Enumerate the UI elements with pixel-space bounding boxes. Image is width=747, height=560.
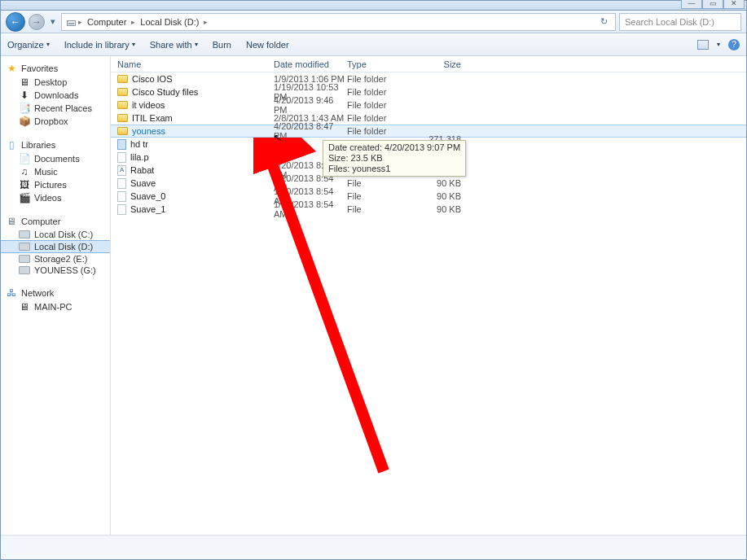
close-button[interactable]: ✕ — [723, 0, 745, 9]
drive-icon: 🖴 — [65, 16, 77, 28]
file-type: File folder — [347, 100, 420, 110]
libraries-icon: ▯ — [6, 139, 17, 151]
file-name: lila.p — [130, 152, 149, 162]
file-date: 4/20/2013 8:47 PM — [274, 121, 347, 141]
file-icon — [117, 204, 126, 215]
desktop-icon: 🖥 — [19, 77, 30, 88]
column-header-date[interactable]: Date modified — [274, 59, 347, 69]
sidebar-favorites[interactable]: ★Favorites — [1, 61, 110, 76]
folder-icon — [117, 75, 128, 83]
disk-icon — [19, 230, 30, 238]
disk-icon — [19, 255, 30, 263]
file-row[interactable]: Cisco Study files1/19/2013 10:53 PMFile … — [111, 85, 746, 98]
file-row[interactable]: Suave1/20/2013 8:54 AMFile90 KB — [111, 177, 746, 190]
music-icon: ♫ — [19, 166, 30, 177]
tooltip-date-created: Date created: 4/20/2013 9:07 PM — [328, 142, 460, 153]
file-size: 90 KB — [420, 178, 469, 188]
sidebar-item-dropbox[interactable]: 📦Dropbox — [1, 115, 110, 128]
column-header-name[interactable]: Name — [111, 59, 274, 69]
sidebar-item-mainpc[interactable]: 🖥MAIN-PC — [1, 300, 110, 313]
file-row[interactable]: Suave_01/20/2013 8:54 AMFile90 KB — [111, 190, 746, 203]
breadcrumb-sep: ▸ — [131, 18, 135, 26]
view-options-button[interactable] — [697, 40, 709, 50]
file-row[interactable]: Cisco IOS1/9/2013 1:06 PMFile folder — [111, 72, 746, 85]
column-header-type[interactable]: Type — [347, 59, 420, 69]
address-bar: ← → ▾ 🖴 ▸ Computer ▸ Local Disk (D:) ▸ ↻… — [1, 11, 746, 33]
view-dropdown[interactable]: ▾ — [717, 41, 720, 48]
file-icon — [117, 191, 126, 202]
file-type: File folder — [347, 74, 420, 84]
file-name: Suave_0 — [130, 191, 165, 201]
file-type: File — [347, 204, 420, 214]
file-name: Cisco IOS — [132, 74, 173, 84]
sidebar-item-desktop[interactable]: 🖥Desktop — [1, 76, 110, 89]
sidebar-item-downloads[interactable]: ⬇Downloads — [1, 89, 110, 102]
file-name: Rabat — [130, 165, 154, 175]
disk-icon — [19, 266, 30, 274]
forward-button[interactable]: → — [29, 14, 45, 30]
file-name: Suave — [130, 178, 156, 188]
video-icon — [117, 139, 126, 150]
network-icon: 🖧 — [6, 287, 17, 299]
help-button[interactable]: ? — [728, 39, 740, 50]
breadcrumb-sep: ▸ — [78, 18, 82, 26]
pc-icon: 🖥 — [19, 301, 30, 313]
documents-icon: 📄 — [19, 153, 30, 164]
refresh-button[interactable]: ↻ — [595, 16, 612, 27]
sidebar-item-documents[interactable]: 📄Documents — [1, 152, 110, 165]
file-row[interactable]: ITIL Exam2/8/2013 1:43 AMFile folder — [111, 112, 746, 125]
breadcrumb-computer[interactable]: Computer — [84, 17, 130, 27]
sidebar-item-recent[interactable]: 📑Recent Places — [1, 102, 110, 115]
file-icon — [117, 178, 126, 189]
column-header-size[interactable]: Size — [420, 59, 469, 69]
sidebar-item-disk-e[interactable]: Storage2 (E:) — [1, 253, 110, 265]
file-type: File folder — [347, 126, 420, 136]
sidebar: ★Favorites 🖥Desktop ⬇Downloads 📑Recent P… — [1, 56, 111, 535]
breadcrumb-sep: ▸ — [204, 18, 208, 26]
folder-icon — [117, 101, 128, 109]
titlebar: — ▭ ✕ — [1, 1, 746, 11]
file-list: Name Date modified Type Size Cisco IOS1/… — [111, 56, 746, 535]
breadcrumb-drive[interactable]: Local Disk (D:) — [137, 17, 202, 27]
sidebar-item-disk-c[interactable]: Local Disk (C:) — [1, 229, 110, 240]
star-icon: ★ — [6, 63, 17, 74]
cursor-icon: ↖ — [272, 130, 284, 145]
folder-icon — [117, 127, 128, 135]
back-button[interactable]: ← — [6, 12, 25, 32]
videos-icon: 🎬 — [19, 192, 30, 203]
include-library-menu[interactable]: Include in library▾ — [64, 40, 135, 50]
sidebar-computer[interactable]: 🖥Computer — [1, 214, 110, 229]
sidebar-item-pictures[interactable]: 🖼Pictures — [1, 178, 110, 191]
toolbar: Organize▾ Include in library▾ Share with… — [1, 33, 746, 56]
font-icon — [117, 165, 126, 176]
breadcrumb[interactable]: 🖴 ▸ Computer ▸ Local Disk (D:) ▸ ↻ — [61, 13, 616, 31]
search-placeholder: Search Local Disk (D:) — [625, 17, 714, 27]
burn-button[interactable]: Burn — [213, 40, 231, 50]
minimize-button[interactable]: — — [681, 0, 702, 9]
organize-menu[interactable]: Organize▾ — [7, 40, 50, 50]
history-dropdown[interactable]: ▾ — [48, 16, 58, 27]
search-input[interactable]: Search Local Disk (D:) — [619, 13, 741, 31]
new-folder-button[interactable]: New folder — [246, 40, 289, 50]
share-with-menu[interactable]: Share with▾ — [150, 40, 198, 50]
file-size: 90 KB — [420, 191, 469, 201]
sidebar-item-music[interactable]: ♫Music — [1, 165, 110, 178]
file-size: 90 KB — [420, 204, 469, 214]
sidebar-item-disk-d[interactable]: Local Disk (D:) — [1, 240, 110, 253]
tooltip: Date created: 4/20/2013 9:07 PM Size: 23… — [323, 140, 466, 177]
file-name: Suave_1 — [130, 204, 165, 214]
file-type: File folder — [347, 113, 420, 123]
file-row[interactable]: it videos4/20/2013 9:46 PMFile folder — [111, 98, 746, 112]
sidebar-item-videos[interactable]: 🎬Videos — [1, 191, 110, 204]
file-name: Cisco Study files — [132, 87, 198, 97]
file-row[interactable]: Suave_11/20/2013 8:54 AMFile90 KB — [111, 203, 746, 216]
status-bar — [1, 535, 746, 559]
file-type: File — [347, 191, 420, 201]
file-name: it videos — [132, 100, 165, 110]
sidebar-item-disk-g[interactable]: YOUNESS (G:) — [1, 265, 110, 276]
folder-icon — [117, 114, 128, 122]
sidebar-network[interactable]: 🖧Network — [1, 286, 110, 300]
maximize-button[interactable]: ▭ — [702, 0, 723, 9]
sidebar-libraries[interactable]: ▯Libraries — [1, 138, 110, 152]
recent-icon: 📑 — [19, 103, 30, 114]
